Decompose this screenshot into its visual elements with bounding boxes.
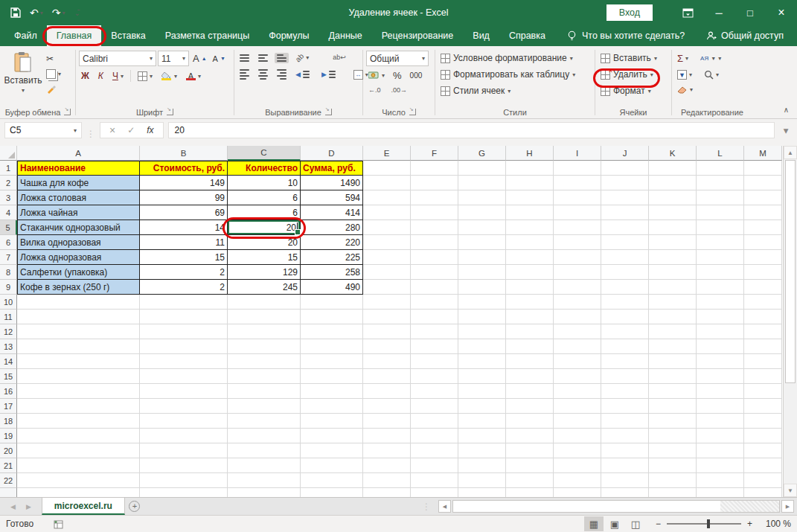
cell[interactable]: [458, 369, 506, 384]
cell[interactable]: [697, 399, 744, 414]
cut-button[interactable]: ✂: [44, 52, 63, 65]
cell[interactable]: [458, 190, 506, 205]
cell[interactable]: [411, 161, 458, 176]
cell[interactable]: [649, 295, 697, 310]
cell[interactable]: [744, 399, 782, 414]
cell[interactable]: [17, 339, 140, 354]
enter-icon[interactable]: ✓: [127, 125, 135, 135]
cell[interactable]: [697, 220, 744, 235]
cell[interactable]: [649, 443, 697, 458]
paste-button[interactable]: Вставить ▾: [4, 49, 42, 96]
ribbon-tab-Вставка[interactable]: Вставка: [101, 25, 155, 46]
cell[interactable]: [554, 473, 601, 488]
cell-A1[interactable]: Наименование: [17, 161, 140, 176]
cell-C2[interactable]: 10: [228, 176, 301, 190]
column-header-E[interactable]: E: [363, 146, 411, 161]
cell[interactable]: [17, 488, 140, 497]
fill-button[interactable]: ▼▾: [675, 68, 694, 81]
align-left-button[interactable]: [237, 68, 252, 81]
cell[interactable]: [363, 414, 411, 429]
cell[interactable]: [554, 220, 601, 235]
row-header-19[interactable]: 19: [0, 429, 17, 443]
view-normal-button[interactable]: ▦: [584, 516, 604, 531]
increase-decimal-button[interactable]: ←.0: [366, 85, 383, 95]
cell[interactable]: [506, 250, 554, 265]
cell[interactable]: [697, 280, 744, 295]
cell[interactable]: [506, 295, 554, 310]
cell[interactable]: [554, 250, 601, 265]
cell[interactable]: [744, 176, 782, 190]
cell[interactable]: [744, 161, 782, 176]
cell[interactable]: [363, 235, 411, 250]
copy-button[interactable]: ▾: [44, 68, 63, 80]
cell[interactable]: [301, 443, 363, 458]
cell[interactable]: [697, 324, 744, 339]
font-name-combo[interactable]: Calibri▾: [79, 51, 156, 66]
cell[interactable]: [649, 384, 697, 399]
scroll-right-button[interactable]: ▶: [781, 500, 794, 513]
formula-bar-expand-button[interactable]: ▾: [779, 122, 793, 138]
cell[interactable]: [411, 280, 458, 295]
cell-D1[interactable]: Сумма, руб.: [301, 161, 363, 176]
cell[interactable]: [17, 354, 140, 369]
cell-A4[interactable]: Ложка чайная: [17, 205, 140, 220]
cell-A6[interactable]: Вилка одноразовая: [17, 235, 140, 250]
cell[interactable]: [301, 384, 363, 399]
cell[interactable]: [649, 190, 697, 205]
cell[interactable]: [506, 473, 554, 488]
ribbon-tab-Рецензирование[interactable]: Рецензирование: [372, 25, 464, 46]
cell[interactable]: [411, 429, 458, 443]
row-header-12[interactable]: 12: [0, 324, 17, 339]
cell[interactable]: [411, 488, 458, 497]
cell[interactable]: [363, 324, 411, 339]
cell[interactable]: [458, 250, 506, 265]
share-button[interactable]: Общий доступ: [706, 25, 784, 46]
scroll-down-button[interactable]: ▼: [784, 484, 797, 497]
cell[interactable]: [601, 310, 649, 324]
cell[interactable]: [363, 369, 411, 384]
cell[interactable]: [458, 384, 506, 399]
cell[interactable]: [411, 399, 458, 414]
cell[interactable]: [506, 429, 554, 443]
column-header-G[interactable]: G: [458, 146, 506, 161]
cell[interactable]: [301, 310, 363, 324]
cell[interactable]: [301, 488, 363, 497]
previous-sheet-icon[interactable]: ◀: [10, 503, 16, 510]
cell[interactable]: [458, 429, 506, 443]
cell[interactable]: [17, 414, 140, 429]
cell[interactable]: [301, 339, 363, 354]
cell[interactable]: [140, 443, 228, 458]
tell-me-box[interactable]: Что вы хотите сделать?: [567, 25, 685, 46]
cell-B5[interactable]: 14: [140, 220, 228, 235]
cell[interactable]: [601, 384, 649, 399]
align-bottom-button[interactable]: [275, 53, 289, 63]
cell[interactable]: [744, 443, 782, 458]
cell[interactable]: [554, 354, 601, 369]
zoom-in-button[interactable]: +: [747, 519, 752, 529]
close-button[interactable]: ×: [766, 0, 797, 25]
cell[interactable]: [506, 310, 554, 324]
row-header-14[interactable]: 14: [0, 354, 17, 369]
cell[interactable]: [411, 310, 458, 324]
cell[interactable]: [601, 339, 649, 354]
cell[interactable]: [458, 295, 506, 310]
increase-indent-button[interactable]: ▶: [319, 69, 341, 80]
cell-A3[interactable]: Ложка столовая: [17, 190, 140, 205]
column-header-J[interactable]: J: [601, 146, 649, 161]
cell[interactable]: [411, 473, 458, 488]
cell[interactable]: [649, 458, 697, 473]
column-header-C[interactable]: C: [228, 146, 301, 161]
cell[interactable]: [458, 354, 506, 369]
sign-in-button[interactable]: Вход: [606, 4, 653, 21]
cell[interactable]: [649, 488, 697, 497]
cell[interactable]: [17, 324, 140, 339]
styles-item-Форматировать как таблицу[interactable]: Форматировать как таблицу▾: [438, 68, 577, 81]
cell[interactable]: [649, 220, 697, 235]
row-header-15[interactable]: 15: [0, 369, 17, 384]
column-header-L[interactable]: L: [697, 146, 744, 161]
cell[interactable]: [744, 354, 782, 369]
cell[interactable]: [554, 384, 601, 399]
cell[interactable]: [697, 458, 744, 473]
cell[interactable]: [458, 443, 506, 458]
cell[interactable]: [411, 250, 458, 265]
